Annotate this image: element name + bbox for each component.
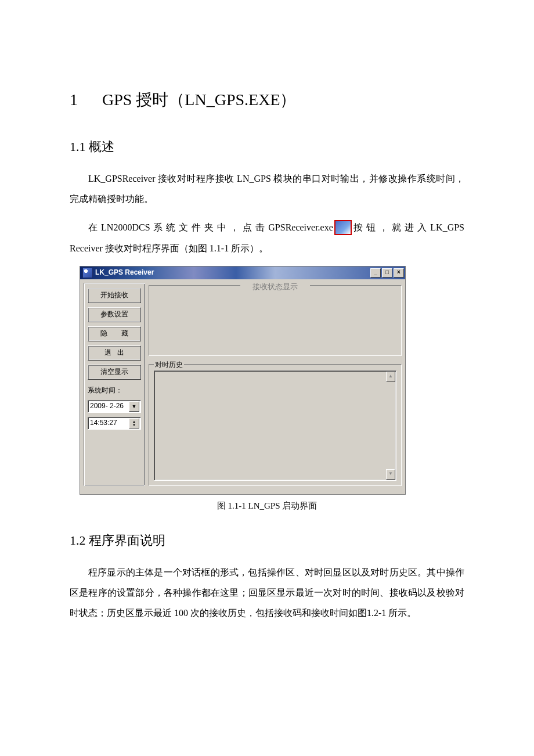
minimize-button[interactable]: _ [370, 268, 381, 278]
history-listbox[interactable]: ▲ ▼ [154, 370, 396, 481]
history-group-label: 对时历史 [154, 359, 184, 370]
scroll-down-icon[interactable]: ▼ [386, 469, 395, 480]
date-value: 2009- 2-26 [90, 401, 124, 412]
window-body: 开始接收 参数设置 隐 藏 退出 清空显示 系统时间： 2009- 2-26 ▼… [80, 279, 405, 494]
spin-buttons-icon[interactable]: ▲▼ [129, 418, 139, 429]
app-icon [82, 268, 93, 278]
sub1-number: 1.1 [70, 139, 86, 154]
scrollbar[interactable]: ▲ ▼ [386, 372, 395, 480]
figure-caption-1: 图 1.1-1 LN_GPS 启动界面 [70, 499, 464, 513]
section-title: GPS 授时（LN_GPS.EXE） [102, 91, 296, 109]
paragraph-2: 在 LN2000DCS 系 统 文 件 夹 中 ， 点 击 GPSReceive… [70, 217, 464, 258]
subsection-heading-2: 1.2 程序界面说明 [70, 530, 464, 550]
titlebar[interactable]: LK_GPS Receiver _ □ × [80, 267, 405, 279]
window-title: LK_GPS Receiver [95, 267, 154, 278]
params-button[interactable]: 参数设置 [88, 307, 141, 322]
paragraph-3: 程序显示的主体是一个对话框的形式，包括操作区、对时回显区以及对时历史区。其中操作… [70, 562, 464, 624]
subsection-heading-1: 1.1 概述 [70, 136, 464, 157]
sub2-number: 1.2 [70, 533, 86, 548]
operation-panel: 开始接收 参数设置 隐 藏 退出 清空显示 系统时间： 2009- 2-26 ▼… [84, 283, 145, 486]
hide-button[interactable]: 隐 藏 [88, 326, 141, 341]
sub1-title: 概述 [89, 139, 114, 154]
status-group-label: 接收状态显示 [240, 281, 310, 293]
system-time-label: 系统时间： [88, 385, 141, 396]
date-picker[interactable]: 2009- 2-26 ▼ [88, 400, 141, 413]
exit-button[interactable]: 退出 [88, 345, 141, 361]
paragraph-1: LK_GPSReceiver 接收对时程序接收 LN_GPS 模块的串口对时输出… [70, 168, 464, 209]
para2-part-a: 在 LN2000DCS 系 统 文 件 夹 中 ， 点 击 GPSReceive… [88, 222, 333, 232]
document-page: 1GPS 授时（LN_GPS.EXE） 1.1 概述 LK_GPSReceive… [0, 0, 534, 756]
display-panel: 接收状态显示 对时历史 ▲ ▼ [149, 283, 402, 486]
section-number: 1 [70, 91, 79, 109]
gps-exe-icon [334, 220, 352, 235]
chevron-down-icon[interactable]: ▼ [129, 401, 139, 412]
sub2-title: 程序界面说明 [89, 533, 165, 548]
scroll-up-icon[interactable]: ▲ [386, 372, 395, 382]
maximize-button[interactable]: □ [382, 268, 392, 278]
time-value: 14:53:27 [90, 417, 117, 429]
clear-display-button[interactable]: 清空显示 [88, 365, 141, 380]
screenshot-window: LK_GPS Receiver _ □ × 开始接收 参数设置 隐 藏 退出 清… [80, 267, 405, 494]
receive-status-box: 接收状态显示 [149, 285, 402, 356]
start-receive-button[interactable]: 开始接收 [88, 288, 141, 303]
close-button[interactable]: × [394, 268, 404, 278]
section-heading: 1GPS 授时（LN_GPS.EXE） [70, 87, 464, 113]
history-group: 对时历史 ▲ ▼ [149, 364, 402, 486]
time-spinner[interactable]: 14:53:27 ▲▼ [88, 417, 141, 430]
